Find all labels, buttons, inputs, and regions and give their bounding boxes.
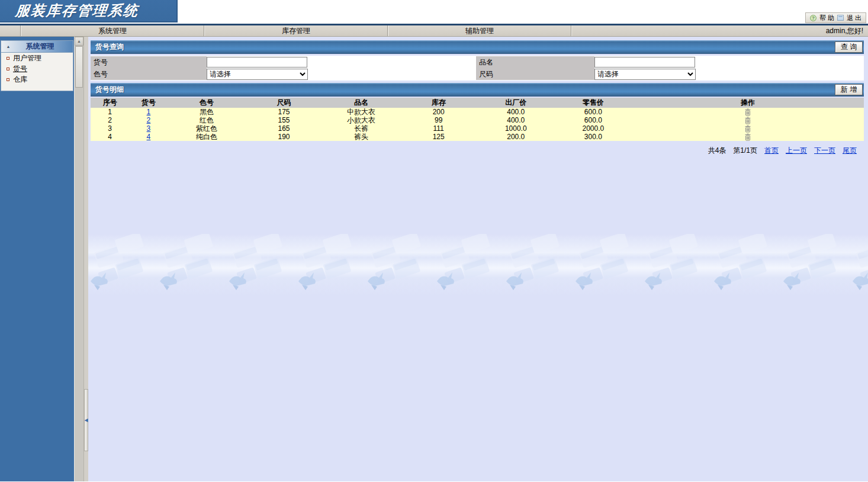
- huohao-link[interactable]: 3: [147, 124, 151, 133]
- pinming-input[interactable]: [594, 57, 695, 68]
- watermark-pattern: [227, 234, 296, 296]
- first-page-link[interactable]: 首页: [764, 146, 779, 156]
- watermark-pattern: [365, 234, 435, 296]
- table-row: 22红色155小款大衣99400.0600.0: [91, 116, 864, 124]
- sidebar-item-label: 货号: [13, 64, 27, 74]
- column-header: 货号: [129, 98, 168, 108]
- column-header: 序号: [91, 98, 129, 108]
- huohao-input[interactable]: [207, 57, 307, 68]
- sidebar-item-label: 用户管理: [13, 53, 41, 63]
- sidebar: ▲ 系统管理 用户管理 货号 仓库: [0, 37, 74, 481]
- watermark-pattern: [712, 234, 781, 296]
- total-count: 共4条: [708, 146, 726, 156]
- scrollbar-thumb[interactable]: [75, 46, 83, 88]
- column-header: 操作: [632, 98, 864, 108]
- scroll-up-icon[interactable]: ▲: [75, 37, 83, 46]
- search-button[interactable]: 查 询: [835, 41, 863, 53]
- watermark-pattern: [781, 234, 850, 296]
- chima-label: 尺码: [476, 68, 594, 80]
- panel-splitter[interactable]: ◀: [83, 37, 88, 481]
- table-row: 11黑色175中款大衣200400.0600.0: [91, 108, 864, 116]
- column-header: 品名: [323, 98, 400, 108]
- delete-icon[interactable]: [744, 108, 751, 116]
- sidebar-header[interactable]: ▲ 系统管理: [1, 41, 73, 53]
- sidebar-item-warehouse[interactable]: 仓库: [1, 74, 73, 85]
- huohao-link[interactable]: 2: [147, 116, 151, 124]
- page-indicator: 第1/1页: [733, 146, 757, 156]
- last-page-link[interactable]: 尾页: [843, 146, 857, 156]
- next-page-link[interactable]: 下一页: [814, 146, 835, 156]
- detail-table: 序号货号色号尺码品名库存出厂价零售价操作 11黑色175中款大衣200400.0…: [91, 98, 864, 141]
- watermark-pattern: [642, 234, 712, 296]
- app-title-box: 服装库存管理系统: [0, 0, 178, 23]
- detail-section-title: 货号明细: [91, 85, 124, 95]
- menu-bar: 系统管理 库存管理 辅助管理 admin,您好!: [0, 25, 868, 37]
- add-button[interactable]: 新 增: [835, 84, 863, 95]
- chima-select[interactable]: 请选择: [594, 69, 696, 80]
- watermark-pattern: [850, 234, 868, 296]
- detail-section-bar: 货号明细 新 增: [91, 83, 864, 97]
- top-header: 服装库存管理系统 ? 帮 助 退 出: [0, 0, 868, 24]
- huohao-link[interactable]: 1: [147, 108, 151, 116]
- sidebar-panel: ▲ 系统管理 用户管理 货号 仓库: [1, 40, 73, 91]
- sidebar-scrollbar[interactable]: ▲: [74, 37, 83, 481]
- table-row: 44纯白色190裤头125200.0300.0: [91, 133, 864, 141]
- column-header: 色号: [168, 98, 246, 108]
- exit-button[interactable]: 退 出: [847, 14, 861, 23]
- sidebar-item-huohao[interactable]: 货号: [1, 63, 73, 74]
- column-header: 出厂价: [477, 98, 555, 108]
- pagination: 共4条 第1/1页 首页 上一页 下一页 尾页: [91, 146, 864, 156]
- menu-item-system[interactable]: 系统管理: [21, 25, 204, 36]
- top-toolbar: ? 帮 助 退 出: [805, 12, 866, 23]
- column-header: 库存: [400, 98, 477, 108]
- collapse-arrow-icon[interactable]: ▲: [1, 44, 15, 49]
- bullet-icon: [7, 57, 9, 60]
- splitter-handle[interactable]: ◀: [84, 389, 88, 451]
- sidebar-item-users[interactable]: 用户管理: [1, 53, 73, 63]
- watermark-band: [88, 234, 868, 296]
- menu-spacer: [0, 25, 21, 36]
- huohao-link[interactable]: 4: [147, 133, 151, 141]
- table-row: 33紫红色165长裤1111000.02000.0: [91, 124, 864, 133]
- bullet-icon: [7, 68, 9, 70]
- main-inner: 货号查询 查 询 货号 品名 色号 请选择 尺码 请选择: [88, 37, 868, 156]
- sidebar-item-label: 仓库: [13, 75, 27, 85]
- pinming-label: 品名: [476, 56, 594, 68]
- delete-icon[interactable]: [744, 133, 751, 141]
- main-content: 货号查询 查 询 货号 品名 色号 请选择 尺码 请选择: [88, 37, 868, 481]
- column-header: 尺码: [245, 98, 323, 108]
- huohao-label: 货号: [91, 56, 207, 68]
- help-icon[interactable]: ?: [810, 15, 816, 21]
- sidebar-header-label: 系统管理: [15, 41, 73, 52]
- help-button[interactable]: 帮 助: [819, 14, 834, 23]
- watermark-pattern: [157, 234, 227, 296]
- detail-table-header-row: 序号货号色号尺码品名库存出厂价零售价操作: [91, 98, 864, 108]
- column-header: 零售价: [555, 98, 632, 108]
- query-section-bar: 货号查询 查 询: [91, 40, 864, 54]
- menu-item-inventory[interactable]: 库存管理: [204, 25, 388, 36]
- watermark-pattern: [504, 234, 573, 296]
- sehao-label: 色号: [91, 68, 207, 80]
- watermark-pattern: [435, 234, 504, 296]
- exit-icon[interactable]: [837, 15, 844, 21]
- welcome-text: admin,您好!: [571, 25, 868, 36]
- watermark-pattern: [296, 234, 365, 296]
- query-section-title: 货号查询: [91, 42, 124, 52]
- body-row: ▲ 系统管理 用户管理 货号 仓库 ▲ ◀: [0, 37, 868, 481]
- watermark-pattern: [573, 234, 642, 296]
- sehao-select[interactable]: 请选择: [207, 69, 308, 80]
- app-title: 服装库存管理系统: [14, 1, 139, 20]
- query-form: 货号 品名 色号 请选择 尺码 请选择: [91, 56, 864, 81]
- prev-page-link[interactable]: 上一页: [786, 146, 807, 156]
- menu-item-auxiliary[interactable]: 辅助管理: [388, 25, 571, 36]
- bullet-icon: [7, 78, 9, 81]
- detail-table-body: 11黑色175中款大衣200400.0600.0 22红色155小款大衣9940…: [91, 108, 864, 141]
- delete-icon[interactable]: [744, 125, 751, 133]
- collapse-left-icon: ◀: [84, 417, 88, 423]
- delete-icon[interactable]: [744, 117, 751, 124]
- watermark-pattern: [88, 234, 157, 296]
